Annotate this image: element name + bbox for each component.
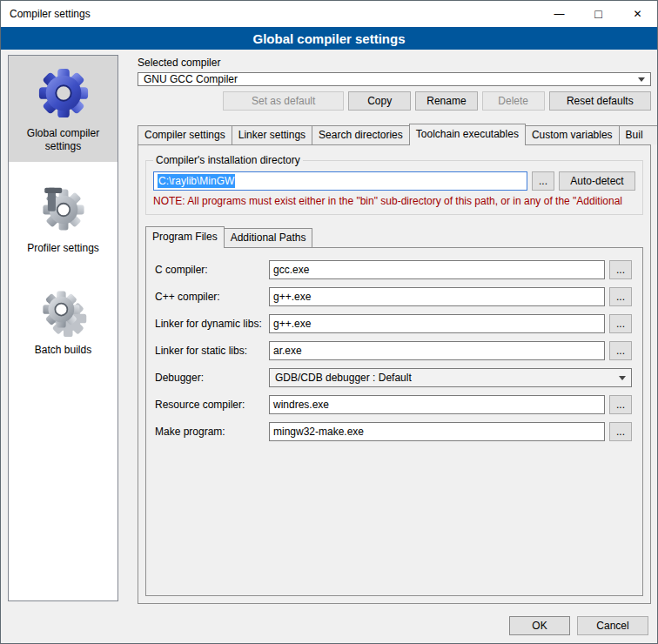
dialog-header-title: Global compiler settings <box>252 31 405 46</box>
selected-compiler-value: GNU GCC Compiler <box>144 73 238 85</box>
c-compiler-input[interactable]: gcc.exe <box>269 260 605 279</box>
autodetect-button[interactable]: Auto-detect <box>559 171 635 191</box>
maximize-button[interactable]: □ <box>579 1 618 27</box>
make-program-input[interactable]: mingw32-make.exe <box>269 422 605 441</box>
resource-compiler-browse-button[interactable]: ... <box>609 395 632 414</box>
c-compiler-browse-button[interactable]: ... <box>609 260 632 279</box>
linker-dynamic-browse-button[interactable]: ... <box>609 314 632 333</box>
linker-static-label: Linker for static libs: <box>155 345 265 357</box>
installation-directory-group: Compiler's installation directory C:\ray… <box>145 154 643 215</box>
program-files-panel: C compiler: gcc.exe ... C++ compiler: g+… <box>145 247 643 596</box>
debugger-value: GDB/CDB debugger : Default <box>275 372 412 384</box>
profiler-gear-icon <box>11 184 115 235</box>
close-button[interactable]: ✕ <box>618 1 657 27</box>
c-compiler-value: gcc.exe <box>273 264 309 276</box>
delete-button[interactable]: Delete <box>482 91 545 111</box>
make-program-label: Make program: <box>155 426 265 438</box>
tab-search-directories[interactable]: Search directories <box>312 125 410 144</box>
install-dir-input[interactable]: C:\raylib\MinGW <box>153 171 527 191</box>
tab-compiler-settings[interactable]: Compiler settings <box>138 125 232 144</box>
selected-compiler-label: Selected compiler <box>138 57 651 69</box>
sidebar-item-label: Batch builds <box>11 344 115 357</box>
debugger-label: Debugger: <box>155 372 265 384</box>
linker-dynamic-input[interactable]: g++.exe <box>269 314 605 333</box>
program-files-tabstrip: Program Files Additional Paths <box>145 226 643 247</box>
debugger-select[interactable]: GDB/CDB debugger : Default <box>269 368 632 387</box>
tab-toolchain-executables[interactable]: Toolchain executables <box>409 124 526 145</box>
batch-builds-gear-icon <box>11 288 115 337</box>
ok-button[interactable]: OK <box>509 616 570 635</box>
make-program-value: mingw32-make.exe <box>273 426 364 438</box>
install-dir-selection: C:\raylib\MinGW <box>158 174 235 188</box>
window-controls: — □ ✕ <box>540 1 657 27</box>
subtab-program-files[interactable]: Program Files <box>145 226 225 248</box>
linker-static-value: ar.exe <box>273 345 302 357</box>
cpp-compiler-label: C++ compiler: <box>155 291 265 303</box>
sidebar-item-profiler-settings[interactable]: Profiler settings <box>9 174 118 264</box>
resource-compiler-input[interactable]: windres.exe <box>269 395 605 414</box>
tab-custom-variables[interactable]: Custom variables <box>525 125 620 144</box>
dialog-footer: OK Cancel <box>509 616 648 635</box>
rename-button[interactable]: Rename <box>415 91 478 111</box>
settings-category-sidebar: Global compiler settings <box>8 55 118 601</box>
window-titlebar: Compiler settings — □ ✕ <box>1 1 657 27</box>
chevron-down-icon <box>634 74 649 84</box>
sidebar-item-batch-builds[interactable]: Batch builds <box>9 278 118 366</box>
resource-compiler-value: windres.exe <box>273 399 329 411</box>
linker-static-browse-button[interactable]: ... <box>609 341 632 360</box>
minimize-button[interactable]: — <box>540 1 579 27</box>
set-as-default-button[interactable]: Set as default <box>223 91 344 111</box>
compiler-actions: Set as default Copy Rename Delete Reset … <box>138 91 651 111</box>
c-compiler-label: C compiler: <box>155 264 265 276</box>
cpp-compiler-input[interactable]: g++.exe <box>269 287 605 306</box>
install-dir-note: NOTE: All programs must exist either in … <box>153 195 635 207</box>
sidebar-item-label: Global compiler settings <box>11 127 115 153</box>
toolchain-executables-panel: Compiler's installation directory C:\ray… <box>138 144 651 604</box>
sidebar-item-label: Profiler settings <box>11 242 115 255</box>
install-dir-browse-button[interactable]: ... <box>532 171 554 191</box>
linker-dynamic-label: Linker for dynamic libs: <box>155 318 265 330</box>
tab-build-options[interactable]: Buil <box>619 125 658 144</box>
selected-compiler-select[interactable]: GNU GCC Compiler <box>138 72 651 86</box>
settings-tabstrip: Compiler settings Linker settings Search… <box>138 124 651 144</box>
subtab-additional-paths[interactable]: Additional Paths <box>224 228 313 247</box>
cpp-compiler-browse-button[interactable]: ... <box>609 287 632 306</box>
cpp-compiler-value: g++.exe <box>273 291 311 303</box>
reset-defaults-button[interactable]: Reset defaults <box>549 91 651 111</box>
installation-directory-legend: Compiler's installation directory <box>153 154 303 166</box>
main-content: Selected compiler GNU GCC Compiler Set a… <box>127 57 651 601</box>
global-compiler-gear-icon <box>11 66 115 120</box>
window-title: Compiler settings <box>1 8 91 20</box>
linker-dynamic-value: g++.exe <box>273 318 311 330</box>
cancel-button[interactable]: Cancel <box>577 616 648 635</box>
make-program-browse-button[interactable]: ... <box>609 422 632 441</box>
linker-static-input[interactable]: ar.exe <box>269 341 605 360</box>
chevron-down-icon <box>614 370 630 386</box>
tab-linker-settings[interactable]: Linker settings <box>232 125 312 144</box>
sidebar-item-global-compiler-settings[interactable]: Global compiler settings <box>9 56 118 162</box>
dialog-header: Global compiler settings <box>1 27 657 50</box>
copy-button[interactable]: Copy <box>348 91 411 111</box>
resource-compiler-label: Resource compiler: <box>155 399 265 411</box>
